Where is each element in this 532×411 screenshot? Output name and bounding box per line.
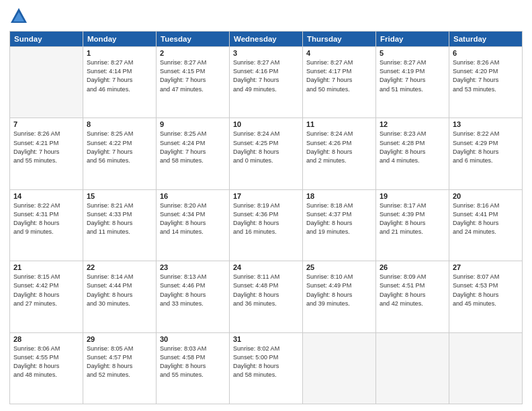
calendar-header-sunday: Sunday xyxy=(10,32,83,47)
day-info: Sunrise: 8:27 AMSunset: 4:17 PMDaylight:… xyxy=(306,58,372,94)
calendar-cell: 18Sunrise: 8:18 AMSunset: 4:37 PMDayligh… xyxy=(303,189,376,261)
calendar-cell: 26Sunrise: 8:09 AMSunset: 4:51 PMDayligh… xyxy=(376,261,449,332)
day-info: Sunrise: 8:27 AMSunset: 4:16 PMDaylight:… xyxy=(233,58,299,94)
calendar-cell: 19Sunrise: 8:17 AMSunset: 4:39 PMDayligh… xyxy=(376,189,449,261)
calendar-week-5: 28Sunrise: 8:06 AMSunset: 4:55 PMDayligh… xyxy=(10,332,523,404)
day-number: 10 xyxy=(233,120,299,128)
day-number: 8 xyxy=(87,120,152,128)
day-info: Sunrise: 8:22 AMSunset: 4:31 PMDaylight:… xyxy=(13,201,79,237)
calendar-cell xyxy=(449,332,523,404)
day-number: 21 xyxy=(13,263,79,271)
day-info: Sunrise: 8:05 AMSunset: 4:57 PMDaylight:… xyxy=(87,345,152,380)
day-info: Sunrise: 8:11 AMSunset: 4:48 PMDaylight:… xyxy=(233,273,299,308)
calendar-week-1: 1Sunrise: 8:27 AMSunset: 4:14 PMDaylight… xyxy=(10,47,523,118)
day-info: Sunrise: 8:09 AMSunset: 4:51 PMDaylight:… xyxy=(380,273,445,308)
calendar-cell: 11Sunrise: 8:24 AMSunset: 4:26 PMDayligh… xyxy=(303,118,376,189)
calendar-cell xyxy=(303,332,376,404)
calendar-cell: 22Sunrise: 8:14 AMSunset: 4:44 PMDayligh… xyxy=(83,261,157,332)
calendar-week-4: 21Sunrise: 8:15 AMSunset: 4:42 PMDayligh… xyxy=(10,261,523,332)
day-number: 1 xyxy=(87,49,152,57)
day-info: Sunrise: 8:22 AMSunset: 4:29 PMDaylight:… xyxy=(453,130,519,165)
day-info: Sunrise: 8:17 AMSunset: 4:39 PMDaylight:… xyxy=(380,201,445,237)
day-info: Sunrise: 8:26 AMSunset: 4:21 PMDaylight:… xyxy=(13,130,79,165)
calendar-cell: 29Sunrise: 8:05 AMSunset: 4:57 PMDayligh… xyxy=(83,332,157,404)
day-info: Sunrise: 8:23 AMSunset: 4:28 PMDaylight:… xyxy=(380,130,445,165)
calendar-cell: 31Sunrise: 8:02 AMSunset: 5:00 PMDayligh… xyxy=(230,332,303,404)
calendar-cell: 12Sunrise: 8:23 AMSunset: 4:28 PMDayligh… xyxy=(376,118,449,189)
calendar-cell: 10Sunrise: 8:24 AMSunset: 4:25 PMDayligh… xyxy=(230,118,303,189)
calendar-cell xyxy=(10,47,83,118)
day-number: 6 xyxy=(453,49,519,57)
calendar-cell: 8Sunrise: 8:25 AMSunset: 4:22 PMDaylight… xyxy=(83,118,157,189)
calendar-header-wednesday: Wednesday xyxy=(230,32,303,47)
calendar-cell: 3Sunrise: 8:27 AMSunset: 4:16 PMDaylight… xyxy=(230,47,303,118)
calendar-header-monday: Monday xyxy=(83,32,157,47)
day-info: Sunrise: 8:27 AMSunset: 4:15 PMDaylight:… xyxy=(160,58,226,94)
day-info: Sunrise: 8:18 AMSunset: 4:37 PMDaylight:… xyxy=(306,201,372,237)
calendar-cell: 9Sunrise: 8:25 AMSunset: 4:24 PMDaylight… xyxy=(157,118,230,189)
calendar-week-3: 14Sunrise: 8:22 AMSunset: 4:31 PMDayligh… xyxy=(10,189,523,261)
day-number: 2 xyxy=(160,49,226,57)
day-info: Sunrise: 8:19 AMSunset: 4:36 PMDaylight:… xyxy=(233,201,299,237)
day-number: 7 xyxy=(13,120,79,128)
calendar-cell: 25Sunrise: 8:10 AMSunset: 4:49 PMDayligh… xyxy=(303,261,376,332)
calendar-cell: 13Sunrise: 8:22 AMSunset: 4:29 PMDayligh… xyxy=(449,118,523,189)
day-number: 29 xyxy=(87,335,152,343)
day-number: 31 xyxy=(233,335,299,343)
calendar-cell: 5Sunrise: 8:27 AMSunset: 4:19 PMDaylight… xyxy=(376,47,449,118)
calendar-cell: 2Sunrise: 8:27 AMSunset: 4:15 PMDaylight… xyxy=(157,47,230,118)
day-info: Sunrise: 8:10 AMSunset: 4:49 PMDaylight:… xyxy=(306,273,372,308)
day-info: Sunrise: 8:15 AMSunset: 4:42 PMDaylight:… xyxy=(13,273,79,308)
calendar-cell: 6Sunrise: 8:26 AMSunset: 4:20 PMDaylight… xyxy=(449,47,523,118)
calendar-cell: 27Sunrise: 8:07 AMSunset: 4:53 PMDayligh… xyxy=(449,261,523,332)
day-info: Sunrise: 8:03 AMSunset: 4:58 PMDaylight:… xyxy=(160,345,226,380)
header xyxy=(9,7,523,26)
day-number: 15 xyxy=(87,192,152,200)
day-number: 9 xyxy=(160,120,226,128)
calendar-cell: 7Sunrise: 8:26 AMSunset: 4:21 PMDaylight… xyxy=(10,118,83,189)
day-number: 16 xyxy=(160,192,226,200)
day-info: Sunrise: 8:14 AMSunset: 4:44 PMDaylight:… xyxy=(87,273,152,308)
calendar-cell: 28Sunrise: 8:06 AMSunset: 4:55 PMDayligh… xyxy=(10,332,83,404)
day-number: 19 xyxy=(380,192,445,200)
day-number: 27 xyxy=(453,263,519,271)
day-info: Sunrise: 8:25 AMSunset: 4:22 PMDaylight:… xyxy=(87,130,152,165)
calendar-cell: 4Sunrise: 8:27 AMSunset: 4:17 PMDaylight… xyxy=(303,47,376,118)
day-number: 5 xyxy=(380,49,445,57)
day-number: 4 xyxy=(306,49,372,57)
calendar-cell: 24Sunrise: 8:11 AMSunset: 4:48 PMDayligh… xyxy=(230,261,303,332)
day-info: Sunrise: 8:13 AMSunset: 4:46 PMDaylight:… xyxy=(160,273,226,308)
day-info: Sunrise: 8:24 AMSunset: 4:26 PMDaylight:… xyxy=(306,130,372,165)
day-info: Sunrise: 8:06 AMSunset: 4:55 PMDaylight:… xyxy=(13,345,79,380)
day-info: Sunrise: 8:25 AMSunset: 4:24 PMDaylight:… xyxy=(160,130,226,165)
page: SundayMondayTuesdayWednesdayThursdayFrid… xyxy=(0,0,532,411)
day-info: Sunrise: 8:07 AMSunset: 4:53 PMDaylight:… xyxy=(453,273,519,308)
calendar-header-thursday: Thursday xyxy=(303,32,376,47)
day-number: 23 xyxy=(160,263,226,271)
day-number: 17 xyxy=(233,192,299,200)
day-info: Sunrise: 8:24 AMSunset: 4:25 PMDaylight:… xyxy=(233,130,299,165)
calendar-cell: 23Sunrise: 8:13 AMSunset: 4:46 PMDayligh… xyxy=(157,261,230,332)
calendar-cell: 30Sunrise: 8:03 AMSunset: 4:58 PMDayligh… xyxy=(157,332,230,404)
day-info: Sunrise: 8:27 AMSunset: 4:19 PMDaylight:… xyxy=(380,58,445,94)
day-number: 14 xyxy=(13,192,79,200)
day-number: 22 xyxy=(87,263,152,271)
day-number: 20 xyxy=(453,192,519,200)
day-info: Sunrise: 8:16 AMSunset: 4:41 PMDaylight:… xyxy=(453,201,519,237)
calendar-week-2: 7Sunrise: 8:26 AMSunset: 4:21 PMDaylight… xyxy=(10,118,523,189)
day-number: 3 xyxy=(233,49,299,57)
calendar-cell: 15Sunrise: 8:21 AMSunset: 4:33 PMDayligh… xyxy=(83,189,157,261)
day-number: 30 xyxy=(160,335,226,343)
logo xyxy=(9,7,31,26)
day-info: Sunrise: 8:20 AMSunset: 4:34 PMDaylight:… xyxy=(160,201,226,237)
day-number: 25 xyxy=(306,263,372,271)
calendar-cell: 1Sunrise: 8:27 AMSunset: 4:14 PMDaylight… xyxy=(83,47,157,118)
day-number: 18 xyxy=(306,192,372,200)
day-info: Sunrise: 8:02 AMSunset: 5:00 PMDaylight:… xyxy=(233,345,299,380)
day-info: Sunrise: 8:26 AMSunset: 4:20 PMDaylight:… xyxy=(453,58,519,94)
day-number: 13 xyxy=(453,120,519,128)
calendar-cell: 20Sunrise: 8:16 AMSunset: 4:41 PMDayligh… xyxy=(449,189,523,261)
calendar-table: SundayMondayTuesdayWednesdayThursdayFrid… xyxy=(9,31,523,404)
logo-icon xyxy=(9,7,28,26)
calendar-cell xyxy=(376,332,449,404)
